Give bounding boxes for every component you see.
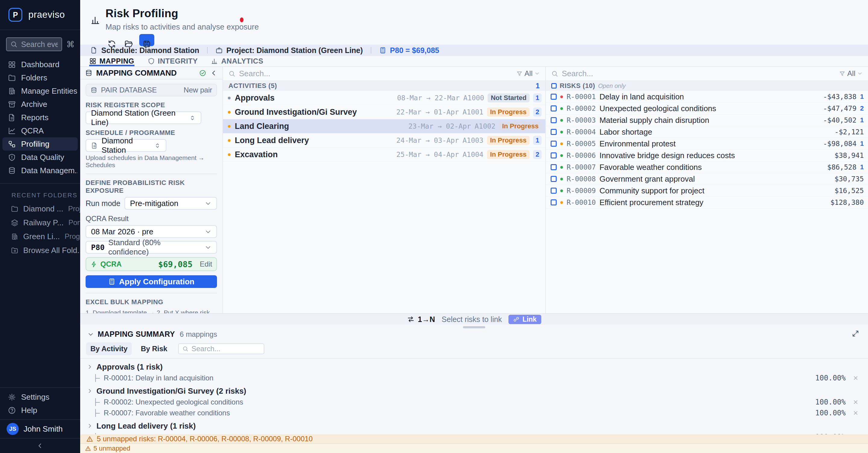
summary-mapping-row[interactable]: R-00003: Material supply chain disruptio… — [87, 432, 860, 434]
risk-checkbox[interactable] — [551, 176, 557, 182]
risk-row-r-00010[interactable]: R-00010Efficient procurement strategy$12… — [546, 197, 868, 208]
link-button[interactable]: Link — [508, 315, 541, 324]
chevron-down-icon[interactable] — [87, 331, 94, 337]
sidebar-item-help[interactable]: Help — [2, 403, 78, 417]
recent-folder-railway-p[interactable]: Railway P...Port — [0, 216, 80, 229]
activities-filter[interactable]: All — [516, 69, 540, 78]
user-menu[interactable]: JS John Smith — [0, 419, 80, 438]
activity-row-approvals[interactable]: Approvals08-Mar → 22-MarA1000Not Started… — [223, 91, 545, 105]
schedule-select[interactable]: Diamond Station — [86, 139, 166, 152]
sidebar-item-data-quality[interactable]: Data Quality — [2, 151, 78, 164]
recent-folder-green-li[interactable]: Green Li...Prog — [0, 229, 80, 244]
risk-row-r-00008[interactable]: R-00008Government grant approval$30,735 — [546, 173, 868, 185]
risk-row-r-00001[interactable]: R-00001Delay in land acquisition-$43,838… — [546, 91, 868, 103]
summary-group-row[interactable]: Ground Investigation/Gi Survey (2 risks) — [87, 385, 860, 397]
qcra-edit-button[interactable]: Edit — [200, 260, 212, 268]
sidebar-collapse-button[interactable] — [0, 438, 80, 453]
sidebar-item-profiling[interactable]: Profiling — [2, 137, 78, 151]
sidebar-item-dashboard[interactable]: Dashboard — [2, 58, 78, 71]
remove-mapping-button[interactable] — [851, 399, 860, 405]
recent-folder-diamond[interactable]: Diamond ...Proj — [0, 202, 80, 216]
sidebar-item-folders[interactable]: Folders — [2, 71, 78, 84]
risk-checkbox[interactable] — [551, 129, 557, 135]
summary-group-row[interactable]: Long Lead delivery (1 risk) — [87, 420, 860, 432]
status-badge: In Progress — [499, 122, 541, 131]
activity-row-ground-investigation-gi-survey[interactable]: Ground Investigation/Gi Survey22-Mar → 0… — [223, 105, 545, 119]
summary-group: Long Lead delivery (1 risk)R-00003: Mate… — [87, 420, 860, 434]
sidebar: P praeviso Search eve ⌘ DashboardFolders… — [0, 0, 80, 453]
remove-mapping-button[interactable] — [851, 375, 860, 381]
collapse-panel-button[interactable] — [210, 69, 218, 77]
risks-search-row: All — [546, 67, 868, 81]
summary-group-row[interactable]: Approvals (1 risk) — [87, 361, 860, 373]
risk-row-r-00006[interactable]: R-00006Innovative bridge design reduces … — [546, 150, 868, 161]
confidence-select[interactable]: P80 Standard (80% confidence) — [86, 241, 217, 254]
close-icon — [852, 410, 859, 416]
remove-mapping-button[interactable] — [851, 434, 860, 434]
risk-checkbox[interactable] — [551, 164, 557, 170]
mapping-mode[interactable]: 1→N — [407, 315, 435, 324]
open-folder-button[interactable] — [122, 34, 135, 46]
recent-folders-list: Diamond ...ProjRailway P...PortGreen Li.… — [0, 202, 80, 257]
search-icon — [551, 70, 558, 77]
sidebar-item-reports[interactable]: Reports — [2, 111, 78, 124]
risk-row-r-00004[interactable]: R-00004Labor shortage-$2,121 — [546, 126, 868, 138]
sidebar-item-settings[interactable]: Settings — [2, 390, 78, 403]
risk-id: R-00009 — [567, 187, 596, 195]
tab-mapping[interactable]: MAPPING — [89, 56, 134, 66]
refresh-button[interactable] — [105, 34, 118, 46]
resize-handle[interactable] — [463, 326, 485, 328]
remove-mapping-button[interactable] — [851, 410, 860, 416]
expand-summary-button[interactable] — [851, 329, 860, 339]
tab-integrity[interactable]: INTEGRITY — [148, 56, 198, 66]
risks-select-all-checkbox[interactable] — [551, 83, 557, 89]
risk-register-scope-select[interactable]: Diamond Station (Green Line) — [86, 111, 201, 124]
tab-by-risk[interactable]: By Risk — [136, 343, 172, 355]
risk-row-r-00009[interactable]: R-00009Community support for project$16,… — [546, 185, 868, 197]
risks-search-input[interactable] — [562, 69, 835, 78]
recent-folder-browse-all-fold[interactable]: Browse All Fold... — [0, 244, 80, 257]
save-button[interactable] — [139, 34, 154, 46]
risk-checkbox[interactable] — [551, 105, 557, 111]
sidebar-item-data-managem[interactable]: Data Managem... — [2, 164, 78, 177]
page-header: Risk Profiling Map risks to activities a… — [80, 0, 868, 44]
risk-row-r-00003[interactable]: R-00003Material supply chain disruption-… — [546, 115, 868, 126]
unmapped-warning-text: 5 unmapped risks: R-00004, R-00006, R-00… — [97, 434, 313, 443]
status-bar-text: 5 unmapped — [93, 445, 130, 452]
pair-database-bar[interactable]: PAIR DATABASE New pair — [86, 84, 217, 96]
sidebar-item-qcra[interactable]: QCRA — [2, 124, 78, 137]
sidebar-item-manage-entities[interactable]: Manage Entities — [2, 84, 78, 98]
tab-by-activity[interactable]: By Activity — [86, 343, 132, 355]
sidebar-item-archive[interactable]: Archive — [2, 98, 78, 111]
risk-row-r-00005[interactable]: R-00005Environmental protest-$98,0841 — [546, 138, 868, 150]
apply-configuration-button[interactable]: Apply Configuration — [86, 275, 217, 288]
run-mode-select[interactable]: Pre-mitigation — [124, 197, 217, 209]
new-pair-button[interactable]: New pair — [184, 86, 212, 94]
status-dot — [560, 107, 563, 110]
layers-icon — [11, 219, 19, 226]
activity-id: A1003 — [463, 136, 484, 144]
risk-checkbox[interactable] — [551, 188, 557, 194]
activity-row-excavation[interactable]: Excavation25-Mar → 04-AprA1004In Progres… — [223, 148, 545, 162]
summary-mapping-row[interactable]: R-00001: Delay in land acquisition100.00… — [87, 373, 860, 383]
risks-filter[interactable]: All — [839, 69, 863, 78]
activity-row-land-clearing[interactable]: Land Clearing23-Mar → 02-AprA1002In Prog… — [223, 119, 545, 133]
activities-search-input[interactable] — [239, 69, 513, 78]
tab-analytics[interactable]: ANALYTICS — [211, 56, 264, 66]
risk-checkbox[interactable] — [551, 141, 557, 147]
activity-row-long-lead-delivery[interactable]: Long Lead delivery24-Mar → 03-AprA1003In… — [223, 133, 545, 148]
search-icon — [182, 346, 188, 352]
summary-mapping-row[interactable]: R-00002: Unexpected geological condition… — [87, 397, 860, 408]
sidebar-search-input[interactable]: Search eve — [6, 37, 62, 51]
risk-checkbox[interactable] — [551, 94, 557, 100]
summary-mapping-row[interactable]: R-00007: Favorable weather conditions100… — [87, 408, 860, 418]
summary-search-input[interactable] — [191, 345, 260, 353]
risk-row-r-00002[interactable]: R-00002Unexpected geological conditions-… — [546, 103, 868, 115]
risk-row-r-00007[interactable]: R-00007Favorable weather conditions$86,5… — [546, 161, 868, 173]
risk-checkbox[interactable] — [551, 117, 557, 123]
risk-checkbox[interactable] — [551, 153, 557, 158]
risk-checkbox[interactable] — [551, 199, 557, 205]
qcra-result-select[interactable]: 08 Mar 2026 · pre — [86, 225, 217, 238]
recent-folder-label: Diamond ... — [23, 204, 63, 214]
logo: P praeviso — [0, 0, 80, 30]
